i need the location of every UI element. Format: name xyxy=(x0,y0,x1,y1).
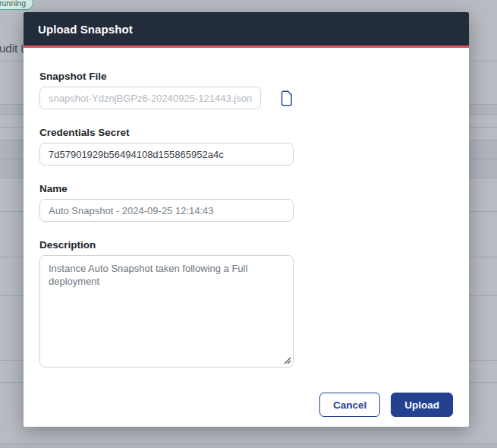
upload-snapshot-modal: Upload Snapshot Snapshot File xyxy=(24,12,469,427)
name-input[interactable] xyxy=(39,199,294,222)
name-field-group: Name xyxy=(39,184,294,222)
modal-body: Snapshot File Credentials Secret xyxy=(24,48,469,428)
description-label: Description xyxy=(39,240,294,251)
snapshot-file-input[interactable] xyxy=(39,87,261,109)
modal-header: Upload Snapshot xyxy=(24,12,469,46)
credentials-secret-label: Credentials Secret xyxy=(39,128,294,138)
description-textarea[interactable]: Instance Auto Snapshot taken following a… xyxy=(39,255,294,368)
file-icon xyxy=(279,97,294,109)
status-badge-running: running xyxy=(0,0,33,10)
snapshot-file-field-group: Snapshot File xyxy=(39,71,294,109)
credentials-secret-input[interactable] xyxy=(39,143,294,166)
credentials-secret-field-group: Credentials Secret xyxy=(39,128,294,166)
name-label: Name xyxy=(39,184,294,194)
snapshot-file-row xyxy=(39,87,294,109)
description-field-group: Description Instance Auto Snapshot taken… xyxy=(39,240,294,368)
upload-button[interactable]: Upload xyxy=(391,393,453,417)
modal-footer: Cancel Upload xyxy=(39,393,453,417)
bg-footer-bar xyxy=(0,443,497,448)
description-textarea-wrap: Instance Auto Snapshot taken following a… xyxy=(39,255,294,368)
choose-file-button[interactable] xyxy=(279,90,294,106)
snapshot-file-label: Snapshot File xyxy=(39,71,294,82)
screen: running Audit Log Upload Snapshot Snapsh… xyxy=(0,0,497,448)
cancel-button[interactable]: Cancel xyxy=(319,393,380,417)
modal-title: Upload Snapshot xyxy=(38,23,133,36)
